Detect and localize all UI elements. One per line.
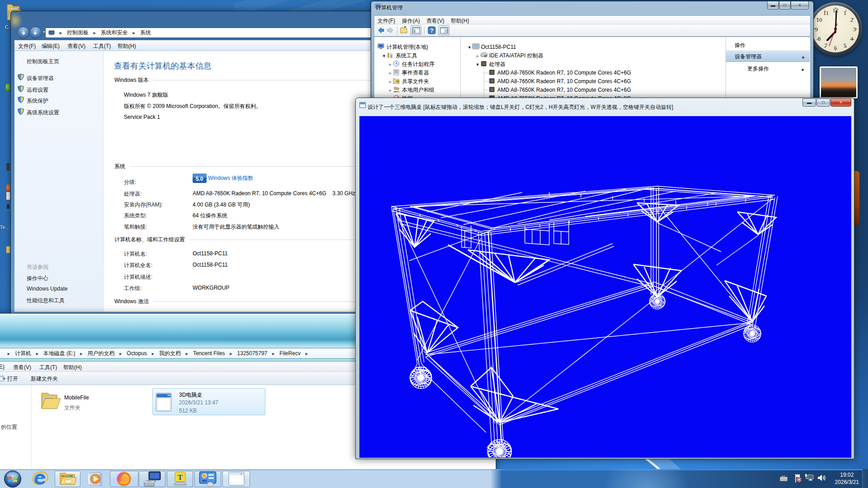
svg-text:T: T (178, 473, 183, 482)
svg-text:4: 4 (850, 35, 854, 42)
svg-text:10: 10 (816, 16, 822, 23)
svg-text:2: 2 (850, 16, 854, 23)
svg-text:?: ? (430, 27, 434, 34)
svg-text:5: 5 (844, 42, 847, 49)
svg-text:8: 8 (818, 35, 821, 42)
svg-text:5.0: 5.0 (196, 176, 203, 182)
svg-text:11: 11 (823, 9, 829, 16)
svg-text:7: 7 (825, 42, 828, 49)
